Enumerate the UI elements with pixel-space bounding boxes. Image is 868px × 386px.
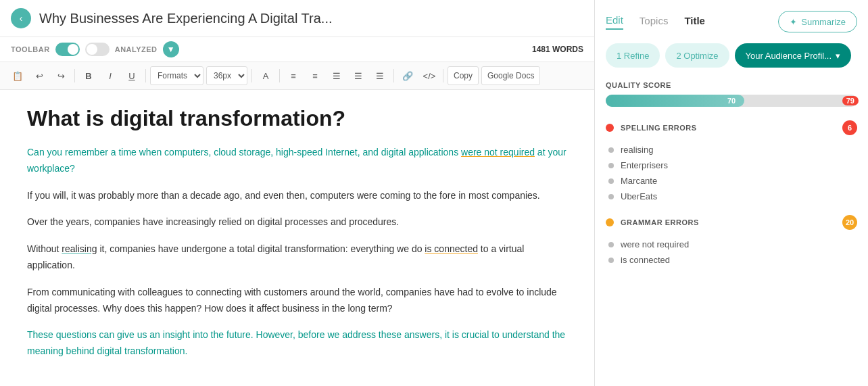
divider-1 bbox=[74, 69, 75, 82]
word-count: 1481 WORDS bbox=[532, 45, 583, 54]
download-button[interactable]: ▼ bbox=[163, 41, 179, 57]
spelling-item-ubereats: UberEats bbox=[621, 191, 657, 201]
analyzed-label: ANALYZED bbox=[115, 45, 158, 53]
error-item-dot bbox=[608, 258, 614, 263]
google-docs-button[interactable]: Google Docs bbox=[481, 66, 540, 85]
optimize-step-button[interactable]: 2 Optimize bbox=[665, 43, 729, 68]
paragraph-2: If you will, it was probably more than a… bbox=[27, 188, 567, 204]
grammar-error-count: 20 bbox=[842, 215, 857, 230]
list-item[interactable]: Enterprisers bbox=[608, 158, 857, 173]
paragraph-4: Without realising it, companies have und… bbox=[27, 241, 567, 274]
left-panel: ‹ Why Businesses Are Experiencing A Digi… bbox=[0, 0, 595, 386]
list-item[interactable]: were not required bbox=[608, 237, 857, 252]
word-count-number: 1481 bbox=[532, 45, 550, 54]
error-item-dot bbox=[608, 242, 614, 247]
header-bar: ‹ Why Businesses Are Experiencing A Digi… bbox=[0, 0, 594, 37]
italic-button[interactable]: I bbox=[101, 66, 120, 85]
spelling-errors-title: SPELLING ERRORS bbox=[621, 124, 697, 132]
align-right-button[interactable]: ☰ bbox=[370, 66, 389, 85]
link-button[interactable]: 🔗 bbox=[398, 66, 417, 85]
editor-toolbar: 📋 ↩ ↪ B I U Formats 36px A ≡ ≡ ☰ ☰ ☰ 🔗 <… bbox=[0, 62, 594, 90]
divider-4 bbox=[279, 69, 280, 82]
spelling-error-dot bbox=[606, 124, 614, 132]
audience-profile-button[interactable]: Your Audience Profil... ▾ bbox=[735, 43, 851, 68]
error-item-dot bbox=[608, 147, 614, 153]
formats-select[interactable]: Formats bbox=[150, 66, 203, 85]
spelling-item-realising: realising bbox=[621, 145, 653, 155]
tab-title[interactable]: Title bbox=[684, 15, 705, 29]
download-icon: ▼ bbox=[167, 45, 175, 54]
tab-edit[interactable]: Edit bbox=[606, 14, 623, 30]
paragraph-1: Can you remember a time when computers, … bbox=[27, 145, 567, 177]
underline-button[interactable]: U bbox=[122, 66, 141, 85]
spelling-error-count: 6 bbox=[842, 120, 857, 135]
list-item[interactable]: UberEats bbox=[608, 189, 857, 204]
editor-content: What is digital transformation? Can you … bbox=[0, 90, 594, 386]
step-1-label: 1 Refine bbox=[617, 51, 649, 61]
redo-button[interactable]: ↪ bbox=[51, 66, 70, 85]
summarize-button[interactable]: ✦ Summarize bbox=[778, 11, 857, 32]
word-count-label: WORDS bbox=[552, 45, 583, 54]
quality-bar-fill bbox=[606, 95, 744, 107]
error-item-dot bbox=[608, 163, 614, 168]
unordered-list-button[interactable]: ≡ bbox=[284, 66, 303, 85]
quality-score-79: 79 bbox=[842, 96, 859, 105]
divider-2 bbox=[145, 69, 146, 82]
undo-button[interactable]: ↩ bbox=[30, 66, 49, 85]
font-size-select[interactable]: 36px bbox=[206, 66, 247, 85]
quality-bar: 70 79 bbox=[606, 95, 857, 107]
list-item[interactable]: Marcante bbox=[608, 173, 857, 189]
ordered-list-button[interactable]: ≡ bbox=[306, 66, 324, 85]
refine-step-button[interactable]: 1 Refine bbox=[606, 43, 660, 68]
code-button[interactable]: </> bbox=[420, 66, 439, 85]
paragraph-5: From communicating with colleagues to co… bbox=[27, 285, 567, 317]
summarize-label: Summarize bbox=[801, 17, 846, 27]
toolbar-row: TOOLBAR ANALYZED ▼ 1481 WORDS bbox=[0, 37, 594, 62]
grammar-errors-title: GRAMMAR ERRORS bbox=[621, 218, 699, 226]
list-item[interactable]: realising bbox=[608, 142, 857, 158]
copy-button[interactable]: Copy bbox=[448, 66, 479, 85]
audience-label: Your Audience Profil... bbox=[746, 51, 831, 61]
grammar-errors-header: GRAMMAR ERRORS 20 bbox=[606, 215, 857, 230]
back-button[interactable]: ‹ bbox=[11, 8, 31, 28]
paragraph-6: These questions can give us an insight i… bbox=[27, 327, 567, 360]
step-2-label: 2 Optimize bbox=[676, 51, 718, 61]
error-highlight-1: were not required bbox=[461, 147, 535, 158]
quality-section: QUALITY SCORE 70 79 bbox=[606, 81, 857, 107]
toolbar-toggle[interactable] bbox=[55, 43, 80, 56]
align-center-button[interactable]: ☰ bbox=[349, 66, 368, 85]
spelling-item-enterprisers: Enterprisers bbox=[621, 160, 668, 170]
back-icon: ‹ bbox=[20, 13, 23, 24]
grammar-item-is-connected: is connected bbox=[621, 255, 670, 265]
grammar-errors-section: GRAMMAR ERRORS 20 were not required is c… bbox=[606, 215, 857, 268]
list-item[interactable]: is connected bbox=[608, 252, 857, 268]
paragraph-3: Over the years, companies have increasin… bbox=[27, 214, 567, 231]
chevron-down-icon: ▾ bbox=[836, 51, 840, 61]
paste-button[interactable]: 📋 bbox=[8, 66, 27, 85]
error-highlight-realising: realising bbox=[62, 243, 97, 254]
divider-6 bbox=[443, 69, 443, 82]
editor-heading: What is digital transformation? bbox=[27, 106, 567, 131]
spelling-item-marcante: Marcante bbox=[621, 176, 657, 186]
text-color-button[interactable]: A bbox=[256, 66, 275, 85]
grammar-item-were-not-required: were not required bbox=[621, 239, 689, 249]
summarize-icon: ✦ bbox=[790, 17, 797, 27]
right-panel: Edit Topics Title ✦ Summarize 1 Refine 2… bbox=[595, 0, 868, 386]
align-left-button[interactable]: ☰ bbox=[327, 66, 346, 85]
error-item-dot bbox=[608, 194, 614, 199]
quality-label: QUALITY SCORE bbox=[606, 81, 857, 89]
spelling-errors-section: SPELLING ERRORS 6 realising Enterprisers… bbox=[606, 120, 857, 204]
toolbar-label: TOOLBAR bbox=[11, 45, 50, 53]
tab-topics[interactable]: Topics bbox=[640, 15, 669, 29]
spelling-errors-header: SPELLING ERRORS 6 bbox=[606, 120, 857, 135]
grammar-error-dot bbox=[606, 218, 614, 226]
tabs-row: Edit Topics Title ✦ Summarize bbox=[606, 11, 857, 32]
error-highlight-connected: is connected bbox=[425, 243, 478, 254]
analyzed-toggle[interactable] bbox=[85, 43, 110, 56]
divider-5 bbox=[393, 69, 394, 82]
bold-button[interactable]: B bbox=[79, 66, 98, 85]
quality-score-70: 70 bbox=[727, 97, 736, 105]
steps-row: 1 Refine 2 Optimize Your Audience Profil… bbox=[606, 43, 857, 68]
document-title: Why Businesses Are Experiencing A Digita… bbox=[39, 11, 333, 26]
divider-3 bbox=[251, 69, 252, 82]
